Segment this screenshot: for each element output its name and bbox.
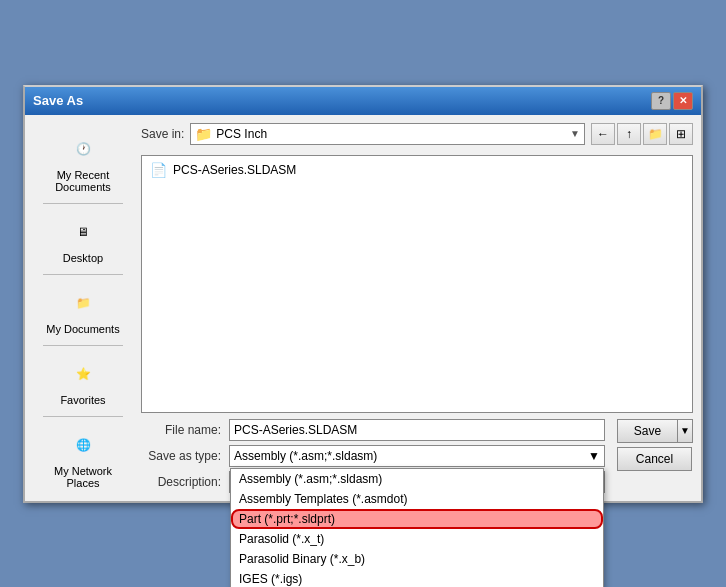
dropdown-item-assembly[interactable]: Assembly (*.asm;*.sldasm): [231, 469, 603, 489]
sidebar-label-documents: My Documents: [46, 323, 119, 335]
sidebar-divider-4: [43, 416, 123, 417]
sidebar-label-favorites: Favorites: [60, 394, 105, 406]
save-as-dialog: Save As ? ✕ 🕐 My RecentDocuments 🖥 Deskt…: [23, 85, 703, 503]
sidebar-divider-3: [43, 345, 123, 346]
file-name-label: File name:: [141, 423, 221, 437]
form-fields: File name: Save as type: Assembly (*.asm…: [141, 419, 605, 493]
save-as-type-row: Save as type: Assembly (*.asm;*.sldasm) …: [141, 445, 605, 467]
save-arrow-button[interactable]: ▼: [677, 419, 693, 443]
combo-arrow-icon: ▼: [570, 128, 580, 139]
documents-icon: 📁: [65, 285, 101, 321]
dialog-title: Save As: [33, 93, 83, 108]
dropdown-item-part[interactable]: Part (*.prt;*.sldprt): [231, 509, 603, 529]
save-in-combo[interactable]: 📁 PCS Inch ▼: [190, 123, 585, 145]
title-bar-buttons: ? ✕: [651, 92, 693, 110]
save-as-type-dropdown: Assembly (*.asm;*.sldasm) Assembly Templ…: [230, 468, 604, 588]
save-in-label: Save in:: [141, 127, 184, 141]
sidebar-item-recent[interactable]: 🕐 My RecentDocuments: [39, 127, 127, 197]
help-button[interactable]: ?: [651, 92, 671, 110]
sidebar-label-desktop: Desktop: [63, 252, 103, 264]
save-as-type-arrow-icon: ▼: [588, 449, 600, 463]
recent-icon: 🕐: [65, 131, 101, 167]
action-buttons: Save ▼ Cancel: [617, 419, 693, 493]
sidebar-divider-1: [43, 203, 123, 204]
cancel-button[interactable]: Cancel: [617, 447, 692, 471]
sidebar-item-network[interactable]: 🌐 My NetworkPlaces: [39, 423, 127, 493]
description-label: Description:: [141, 475, 221, 489]
sidebar-label-network: My NetworkPlaces: [54, 465, 112, 489]
dropdown-item-parasolid[interactable]: Parasolid (*.x_t): [231, 529, 603, 549]
save-btn-group: Save ▼: [617, 419, 693, 443]
close-button[interactable]: ✕: [673, 92, 693, 110]
sidebar-item-favorites[interactable]: ⭐ Favorites: [39, 352, 127, 410]
file-name-row: File name:: [141, 419, 605, 441]
file-name-input[interactable]: [229, 419, 605, 441]
save-button[interactable]: Save: [617, 419, 677, 443]
save-in-value: PCS Inch: [216, 127, 267, 141]
save-as-type-value: Assembly (*.asm;*.sldasm): [234, 449, 377, 463]
dropdown-item-parasolid-binary[interactable]: Parasolid Binary (*.x_b): [231, 549, 603, 569]
up-button[interactable]: ↑: [617, 123, 641, 145]
file-list[interactable]: 📄 PCS-ASeries.SLDASM: [141, 155, 693, 413]
title-bar: Save As ? ✕: [25, 87, 701, 115]
file-icon: 📄: [150, 162, 167, 178]
back-button[interactable]: ←: [591, 123, 615, 145]
save-as-type-combo[interactable]: Assembly (*.asm;*.sldasm) ▼ Assembly (*.…: [229, 445, 605, 467]
toolbar: Save in: 📁 PCS Inch ▼ ← ↑ 📁 ⊞: [141, 123, 693, 145]
network-icon: 🌐: [65, 427, 101, 463]
folder-icon: 📁: [195, 126, 212, 142]
sidebar-label-recent: My RecentDocuments: [55, 169, 111, 193]
form-rows-and-buttons: File name: Save as type: Assembly (*.asm…: [141, 419, 693, 493]
save-as-type-label: Save as type:: [141, 449, 221, 463]
sidebar-divider-2: [43, 274, 123, 275]
favorites-icon: ⭐: [65, 356, 101, 392]
dropdown-item-iges[interactable]: IGES (*.igs): [231, 569, 603, 588]
main-area: Save in: 📁 PCS Inch ▼ ← ↑ 📁 ⊞: [141, 123, 693, 493]
sidebar-item-desktop[interactable]: 🖥 Desktop: [39, 210, 127, 268]
dialog-body: 🕐 My RecentDocuments 🖥 Desktop 📁 My Docu…: [25, 115, 701, 501]
dropdown-item-assembly-templates[interactable]: Assembly Templates (*.asmdot): [231, 489, 603, 509]
sidebar: 🕐 My RecentDocuments 🖥 Desktop 📁 My Docu…: [33, 123, 133, 493]
new-folder-button[interactable]: 📁: [643, 123, 667, 145]
list-item[interactable]: 📄 PCS-ASeries.SLDASM: [146, 160, 688, 180]
views-button[interactable]: ⊞: [669, 123, 693, 145]
file-name: PCS-ASeries.SLDASM: [173, 163, 296, 177]
sidebar-item-documents[interactable]: 📁 My Documents: [39, 281, 127, 339]
toolbar-buttons: ← ↑ 📁 ⊞: [591, 123, 693, 145]
desktop-icon: 🖥: [65, 214, 101, 250]
save-in-content: 📁 PCS Inch: [195, 126, 267, 142]
